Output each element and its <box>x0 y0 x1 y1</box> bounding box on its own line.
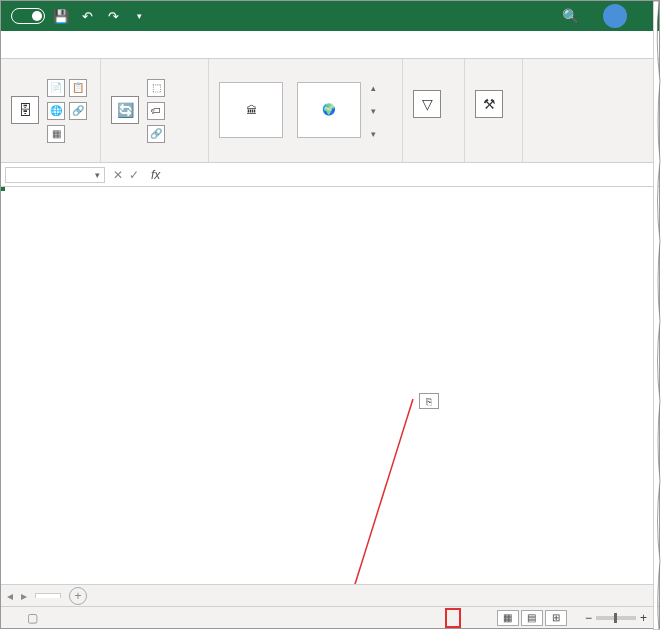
group-label <box>215 158 396 160</box>
selection-outline <box>1 187 5 191</box>
page-break-view-icon[interactable]: ⊞ <box>545 610 567 626</box>
view-switcher: ▦ ▤ ⊞ <box>497 610 567 626</box>
from-table-icon[interactable]: ▦ <box>47 125 65 143</box>
expand-icon[interactable]: ▾ <box>371 129 376 139</box>
enter-icon[interactable]: ✓ <box>129 168 139 182</box>
avatar[interactable] <box>603 4 627 28</box>
redo-icon[interactable]: ↷ <box>105 8 121 24</box>
ribbon-tabs <box>1 31 659 59</box>
geography-icon: 🌍 <box>297 82 361 138</box>
formula-input[interactable] <box>164 173 659 177</box>
name-box[interactable]: ▾ <box>5 167 105 183</box>
queries-icon[interactable]: ⬚ <box>147 79 165 97</box>
formula-bar: ▾ ✕ ✓ fx <box>1 163 659 187</box>
chevron-down-icon[interactable]: ▾ <box>95 170 100 180</box>
normal-view-icon[interactable]: ▦ <box>497 610 519 626</box>
search-icon[interactable]: 🔍 <box>562 8 579 24</box>
svg-line-0 <box>351 399 413 597</box>
geography-button[interactable]: 🌍 <box>293 80 365 142</box>
from-web-icon[interactable]: 🌐 <box>47 102 65 120</box>
zoom-in-icon[interactable]: + <box>640 611 647 625</box>
scroll-down-icon[interactable]: ▾ <box>371 106 376 116</box>
recent-sources-icon[interactable]: 📋 <box>69 79 87 97</box>
status-count-highlighted <box>445 608 461 628</box>
autosave-toggle[interactable] <box>11 8 45 24</box>
sheet-tab-bar: ◂ ▸ + <box>1 584 659 606</box>
sheet-nav-prev-icon[interactable]: ◂ <box>7 589 13 603</box>
properties-icon[interactable]: 🏷 <box>147 102 165 120</box>
scroll-up-icon[interactable]: ▴ <box>371 83 376 93</box>
autosave-control[interactable] <box>7 8 45 24</box>
group-label <box>107 158 202 160</box>
undo-icon[interactable]: ↶ <box>79 8 95 24</box>
data-tools-icon: ⚒ <box>475 90 503 118</box>
database-icon: 🗄 <box>11 96 39 124</box>
stocks-button[interactable]: 🏛 <box>215 80 287 142</box>
data-tools-button[interactable]: ⚒ <box>471 88 507 122</box>
qat-dropdown-icon[interactable]: ▾ <box>131 8 147 24</box>
title-bar: 💾 ↶ ↷ ▾ 🔍 <box>1 1 659 31</box>
add-sheet-button[interactable]: + <box>69 587 87 605</box>
rec-icon[interactable]: ▢ <box>27 611 38 625</box>
forecast-button[interactable] <box>529 103 537 107</box>
sheet-tab-active[interactable] <box>35 593 61 598</box>
sheet-nav-next-icon[interactable]: ▸ <box>21 589 27 603</box>
torn-edge-decoration <box>653 1 663 630</box>
existing-conn-icon[interactable]: 🔗 <box>69 102 87 120</box>
save-icon[interactable]: 💾 <box>53 8 69 24</box>
page-layout-view-icon[interactable]: ▤ <box>521 610 543 626</box>
quick-access-toolbar: 💾 ↶ ↷ ▾ <box>53 8 147 24</box>
refresh-all-button[interactable]: 🔄 <box>107 94 143 128</box>
edit-links-icon[interactable]: 🔗 <box>147 125 165 143</box>
get-data-submenu: 📄 🌐 ▦ <box>47 79 65 143</box>
status-bar: ▢ ▦ ▤ ⊞ − + <box>1 606 659 628</box>
stocks-icon: 🏛 <box>219 82 283 138</box>
zoom-out-icon[interactable]: − <box>585 611 592 625</box>
ribbon: 🗄 📄 🌐 ▦ 📋 🔗 🔄 <box>1 59 659 163</box>
get-data-button[interactable]: 🗄 <box>7 94 43 128</box>
from-text-icon[interactable]: 📄 <box>47 79 65 97</box>
zoom-control[interactable]: − + <box>585 611 651 625</box>
autofill-options-icon[interactable]: ⎘ <box>419 393 439 409</box>
fx-icon[interactable]: fx <box>147 168 164 182</box>
group-label <box>7 158 94 160</box>
sort-filter-button[interactable]: ▽ <box>409 88 445 122</box>
refresh-icon: 🔄 <box>111 96 139 124</box>
funnel-icon: ▽ <box>413 90 441 118</box>
cancel-icon[interactable]: ✕ <box>113 168 123 182</box>
